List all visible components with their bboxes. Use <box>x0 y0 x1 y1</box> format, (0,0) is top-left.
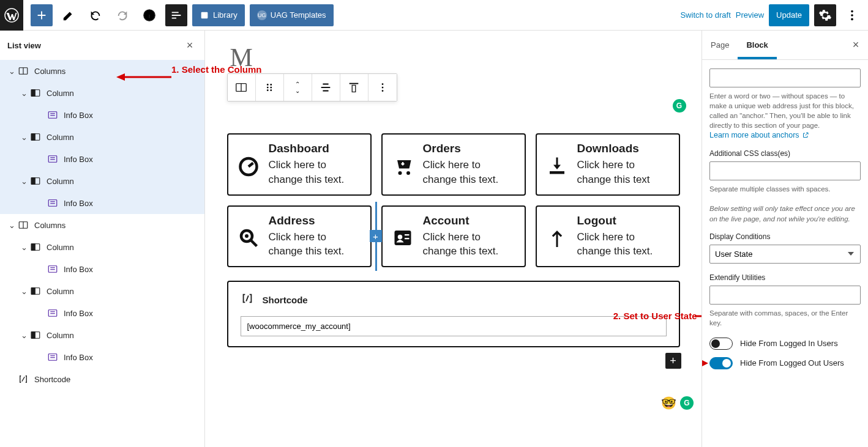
tab-block[interactable]: Block <box>738 31 776 59</box>
tree-infobox[interactable]: Info Box <box>0 104 204 126</box>
tree-column[interactable]: ⌄ Column <box>0 324 204 346</box>
column-icon <box>29 286 42 297</box>
svg-rect-39 <box>48 354 57 361</box>
tree-columns[interactable]: ⌄ Columns <box>0 60 204 82</box>
display-note: Below setting will only take effect once… <box>709 204 861 223</box>
insert-between-button[interactable]: + <box>370 230 382 242</box>
svg-point-50 <box>381 83 383 85</box>
svg-point-47 <box>270 87 272 89</box>
toggle-label-out: Hide From Logged Out Users <box>740 358 844 368</box>
library-button[interactable]: Library <box>192 4 245 26</box>
undo-button[interactable] <box>84 4 107 26</box>
edit-mode-button[interactable] <box>58 4 80 26</box>
info-card-address[interactable]: AddressClick here to change this text. <box>227 205 372 268</box>
svg-point-6 <box>851 14 853 17</box>
listview-toggle[interactable] <box>165 4 187 26</box>
info-card-logout[interactable]: LogoutClick here to change this text. <box>536 205 680 268</box>
shortcode-icon <box>241 292 254 308</box>
infobox-icon <box>47 109 59 120</box>
move-up-down[interactable]: ⌃⌄ <box>284 74 312 101</box>
svg-point-55 <box>406 171 410 175</box>
svg-rect-17 <box>48 156 57 163</box>
tree-infobox[interactable]: Info Box <box>0 302 204 324</box>
dashboard-icon <box>237 154 260 177</box>
column-icon <box>29 175 42 187</box>
valign-button[interactable] <box>340 74 369 101</box>
download-icon <box>545 154 569 177</box>
column-icon <box>29 131 42 142</box>
wp-logo[interactable] <box>0 0 23 31</box>
topbar-left: Library UG UAG Templates <box>5 4 680 26</box>
display-conditions-select[interactable]: User State <box>709 245 861 264</box>
svg-rect-29 <box>48 266 57 273</box>
tree-column[interactable]: ⌄ Column <box>0 236 204 258</box>
page-title-shadow: M <box>230 43 680 72</box>
details-button[interactable] <box>138 4 160 26</box>
uag-templates-button[interactable]: UG UAG Templates <box>250 4 334 26</box>
block-more-button[interactable] <box>369 74 397 101</box>
columns-icon <box>17 65 29 76</box>
chevron-down-icon: ⌄ <box>18 177 29 186</box>
infobox-icon <box>47 153 59 164</box>
more-options-button[interactable] <box>841 4 863 26</box>
tree-column[interactable]: ⌄ Column <box>0 126 204 148</box>
update-button[interactable]: Update <box>769 4 809 26</box>
switch-draft-link[interactable]: Switch to draft <box>680 10 730 20</box>
info-card-account[interactable]: + AccountClick here to change this text. <box>381 205 526 268</box>
extendify-input[interactable] <box>709 286 861 305</box>
info-card-dashboard[interactable]: DashboardClick here to change this text. <box>227 133 372 196</box>
shortcode-input[interactable] <box>241 316 667 336</box>
column-icon <box>29 330 42 341</box>
svg-point-7 <box>851 18 853 20</box>
svg-rect-60 <box>405 234 410 235</box>
css-class-input[interactable] <box>709 161 861 180</box>
tree-shortcode[interactable]: Shortcode <box>0 368 204 390</box>
tree-columns[interactable]: ⌄ Columns <box>0 214 204 236</box>
add-block-button[interactable] <box>31 4 53 26</box>
svg-point-44 <box>267 84 269 86</box>
block-type-button[interactable] <box>228 74 256 101</box>
info-card-orders[interactable]: OrdersClick here to change this text. <box>381 133 526 196</box>
block-toolbar: ⌃⌄ <box>227 73 397 102</box>
shortcode-block[interactable]: Shortcode <box>227 281 680 347</box>
svg-rect-22 <box>48 200 57 207</box>
toggle-hide-logged-in[interactable] <box>709 338 733 350</box>
close-sidebar[interactable]: × <box>844 31 868 59</box>
css-class-label: Additional CSS class(es) <box>709 149 861 158</box>
svg-rect-21 <box>31 178 35 185</box>
anchor-help: Enter a word or two — without spaces — t… <box>709 91 861 130</box>
list-view-panel: List view × ⌄ Columns ⌄ Column Info Box <box>0 31 205 447</box>
editor-canvas: M ⌃⌄ G DashboardClick here to change thi… <box>205 31 702 447</box>
settings-button[interactable] <box>814 4 836 26</box>
close-list-view[interactable]: × <box>182 38 197 53</box>
svg-rect-33 <box>31 288 35 295</box>
drag-handle[interactable] <box>256 74 284 101</box>
append-block-button[interactable]: + <box>665 353 681 369</box>
list-view-title: List view <box>7 41 41 50</box>
nerd-emoji-icon: 🤓 <box>661 396 676 410</box>
floating-badges: 🤓 G <box>661 396 694 410</box>
anchor-learn-more[interactable]: Learn more about anchors <box>709 131 809 139</box>
tree-column[interactable]: ⌄ Column <box>0 82 204 104</box>
tree-infobox[interactable]: Info Box <box>0 258 204 280</box>
svg-point-48 <box>267 89 269 91</box>
account-icon <box>391 226 414 249</box>
svg-rect-28 <box>31 244 35 251</box>
tree-column[interactable]: ⌄ Column <box>0 280 204 302</box>
tree-infobox[interactable]: Info Box <box>0 148 204 170</box>
toggle-hide-logged-out[interactable] <box>709 357 733 369</box>
anchor-input[interactable] <box>709 68 861 87</box>
tree-infobox[interactable]: Info Box <box>0 346 204 368</box>
svg-point-46 <box>267 87 269 89</box>
editor-topbar: Library UG UAG Templates Switch to draft… <box>0 0 868 31</box>
redo-button[interactable] <box>111 4 133 26</box>
tree-column[interactable]: ⌄ Column <box>0 170 204 192</box>
info-card-downloads[interactable]: DownloadsClick here to change this text <box>536 133 680 196</box>
columns-icon <box>17 220 29 231</box>
tab-page[interactable]: Page <box>702 31 738 59</box>
tree-infobox[interactable]: Info Box <box>0 192 204 214</box>
svg-point-49 <box>270 89 272 91</box>
align-button[interactable] <box>312 74 340 101</box>
preview-link[interactable]: Preview <box>736 10 764 20</box>
svg-point-51 <box>381 87 383 89</box>
